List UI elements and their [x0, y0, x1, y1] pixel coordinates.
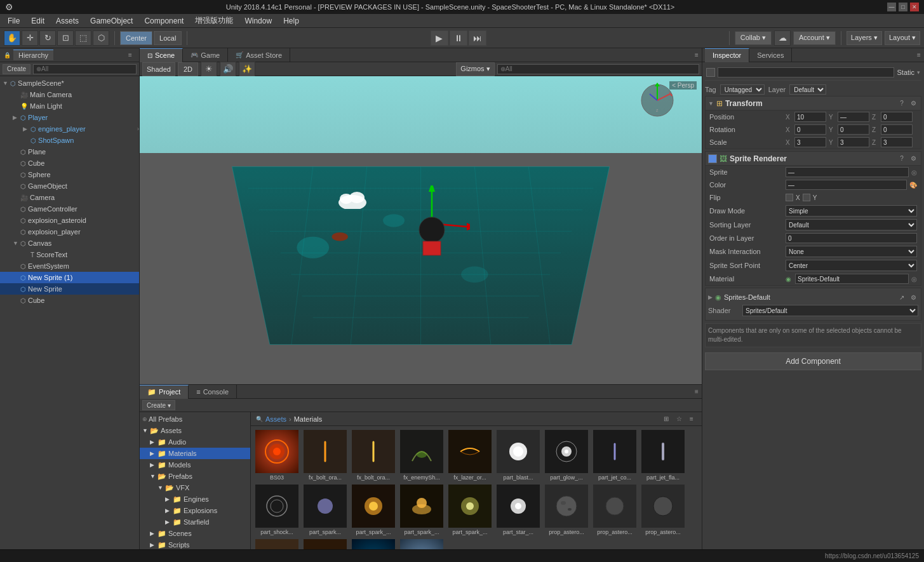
draw-mode-select[interactable]: Simple Sliced Tiled: [786, 205, 917, 217]
2d-toggle[interactable]: 2D: [178, 62, 198, 76]
transform-header[interactable]: ▼ ⊞ Transform ? ⚙: [706, 97, 921, 110]
hierarchy-item-explosion-player[interactable]: ⬡ explosion_player: [0, 226, 139, 238]
file-tree-explosions[interactable]: ▶ 📁 Explosions: [140, 505, 250, 516]
shader-select[interactable]: Sprites/Default: [742, 305, 918, 316]
asset-item-fx-lazer[interactable]: fx_lazer_or...: [446, 429, 493, 482]
menu-window[interactable]: Window: [239, 15, 277, 27]
sprite-pick-icon[interactable]: ◎: [911, 169, 917, 176]
rect-tool[interactable]: ⬚: [75, 30, 91, 46]
scale-x-input[interactable]: [794, 137, 826, 147]
sprite-sort-point-select[interactable]: Center: [786, 260, 917, 271]
file-tree-scripts[interactable]: ▶ 📁 Scripts: [140, 539, 250, 549]
transform-settings-icon[interactable]: ⚙: [908, 98, 918, 109]
hierarchy-item-new-sprite[interactable]: ⬡ New Sprite: [0, 283, 139, 295]
tab-scene[interactable]: ⊡ Scene: [140, 48, 183, 62]
rotate-tool[interactable]: ↻: [39, 30, 56, 46]
all-prefabs-row[interactable]: ⊕ All Prefabs: [140, 413, 250, 425]
asset-item-part-spark-3[interactable]: part_spark_...: [398, 483, 445, 537]
asset-item-prop-astero-1[interactable]: prop_astero...: [543, 483, 590, 537]
scale-tool[interactable]: ⊡: [57, 30, 74, 46]
sprite-renderer-settings-icon[interactable]: ⚙: [908, 154, 918, 164]
hierarchy-item-cube2[interactable]: ⬡ Cube: [0, 295, 139, 306]
project-create-button[interactable]: Create ▾: [142, 400, 175, 410]
asset-item-prop-astero-3[interactable]: prop_astero...: [639, 483, 686, 537]
hierarchy-item-shotspawn[interactable]: ⬡ ShotSpawn: [0, 135, 139, 146]
menu-help[interactable]: Help: [278, 15, 304, 27]
hierarchy-item-engines-player[interactable]: ▶ ⬡ engines_player ›: [0, 123, 139, 135]
hierarchy-item-explosion-asteroid[interactable]: ⬡ explosion_asteroid: [0, 215, 139, 226]
file-tree-assets[interactable]: ▼ 📂 Assets: [140, 425, 250, 436]
menu-enhanced[interactable]: 增强版功能: [190, 14, 238, 27]
hierarchy-item-camera[interactable]: 🎥 Camera: [0, 192, 139, 203]
hierarchy-menu-icon[interactable]: ≡: [125, 50, 135, 60]
hierarchy-tab[interactable]: Hierarchy: [13, 50, 53, 60]
asset-item-part-shock[interactable]: part_shock...: [253, 483, 300, 537]
center-toggle[interactable]: Center: [120, 31, 152, 45]
file-tree-prefabs[interactable]: ▼ 📂 Prefabs: [140, 471, 250, 482]
maximize-button[interactable]: □: [899, 3, 907, 11]
hierarchy-item-plane[interactable]: ⬡ Plane: [0, 146, 139, 157]
transform-tool[interactable]: ⬡: [93, 30, 109, 46]
move-tool[interactable]: ✛: [22, 30, 38, 46]
order-in-layer-input[interactable]: [786, 233, 917, 243]
hierarchy-item-scoretext[interactable]: T ScoreText: [0, 249, 139, 260]
hierarchy-item-main-light[interactable]: 💡 Main Light: [0, 100, 139, 112]
scene-light-toggle[interactable]: ☀: [201, 62, 217, 77]
hierarchy-search-input[interactable]: [33, 64, 137, 74]
asset-item-part-star[interactable]: part_star_...: [495, 483, 542, 537]
viewport[interactable]: z < Persp: [140, 76, 702, 384]
asset-item-part-spark-4[interactable]: part_spark_...: [446, 483, 493, 537]
hierarchy-create-button[interactable]: Create: [3, 64, 30, 74]
breadcrumb-assets[interactable]: Assets: [265, 415, 286, 423]
hierarchy-item-gamecontroller[interactable]: ⬡ GameController: [0, 203, 139, 215]
layout-button[interactable]: Layout ▾: [885, 31, 920, 45]
file-tree-vfx[interactable]: ▼ 📂 VFX: [140, 482, 250, 493]
transform-help-icon[interactable]: ?: [897, 98, 907, 109]
asset-item-part-jet-co[interactable]: part_jet_co...: [591, 429, 638, 482]
asset-item-tile-nebula[interactable]: tile_nebula...: [350, 538, 397, 549]
file-tree-models[interactable]: ▶ 📁 Models: [140, 459, 250, 471]
collab-button[interactable]: Collab ▾: [735, 31, 772, 45]
file-tree-scenes[interactable]: ▶ 📁 Scenes: [140, 528, 250, 539]
menu-component[interactable]: Component: [139, 15, 189, 27]
inspector-menu-icon[interactable]: ≡: [914, 50, 924, 60]
tab-project[interactable]: 📁 Project: [140, 385, 189, 399]
rotation-x-input[interactable]: [794, 124, 826, 135]
rotation-y-input[interactable]: [838, 124, 869, 135]
asset-item-fx-enemy[interactable]: fx_enemySh...: [398, 429, 445, 482]
scene-audio-toggle[interactable]: 🔊: [220, 62, 236, 77]
material-input[interactable]: [795, 274, 909, 284]
position-y-input[interactable]: [838, 112, 869, 122]
rotation-z-input[interactable]: [881, 124, 913, 135]
scene-fx-toggle[interactable]: ✨: [239, 62, 255, 77]
tab-services[interactable]: Services: [749, 48, 792, 62]
sprite-renderer-checkbox[interactable]: [708, 154, 717, 163]
asset-item-vehicle-en[interactable]: vehicle_en...: [398, 538, 445, 549]
file-tree-materials[interactable]: ▶ 📁 Materials: [140, 448, 250, 459]
asset-item-bs03[interactable]: BS03: [253, 429, 300, 482]
asset-item-prop-astero-2[interactable]: prop_astero...: [591, 483, 638, 537]
color-input[interactable]: [786, 180, 907, 190]
scale-y-input[interactable]: [838, 137, 869, 147]
layers-button[interactable]: Layers ▾: [847, 31, 882, 45]
asset-item-part-jet-fla[interactable]: part_jet_fla...: [639, 429, 686, 482]
flip-y-checkbox[interactable]: [803, 194, 810, 201]
menu-assets[interactable]: Assets: [51, 15, 84, 27]
hierarchy-item-sphere[interactable]: ⬡ Sphere: [0, 169, 139, 180]
asset-item-part-blast[interactable]: part_blast...: [495, 429, 542, 482]
position-z-input[interactable]: [881, 112, 913, 122]
menu-edit[interactable]: Edit: [26, 15, 50, 27]
play-button[interactable]: ▶: [431, 30, 448, 46]
asset-item-fx-bolt-1[interactable]: fx_bolt_ora...: [302, 429, 349, 482]
shading-dropdown[interactable]: Shaded: [142, 62, 175, 76]
flip-x-checkbox[interactable]: [786, 194, 793, 201]
scene-panel-menu[interactable]: ≡: [692, 50, 702, 60]
close-button[interactable]: ✕: [910, 3, 919, 11]
asset-item-fx-bolt-2[interactable]: fx_bolt_ora...: [350, 429, 397, 482]
menu-file[interactable]: File: [3, 15, 25, 27]
scale-z-input[interactable]: [881, 137, 913, 147]
breadcrumb-icon-1[interactable]: ⊞: [661, 414, 671, 424]
file-tree-audio[interactable]: ▶ 📁 Audio: [140, 436, 250, 448]
hierarchy-item-cube[interactable]: ⬡ Cube: [0, 157, 139, 169]
sorting-layer-select[interactable]: Default: [786, 219, 917, 231]
